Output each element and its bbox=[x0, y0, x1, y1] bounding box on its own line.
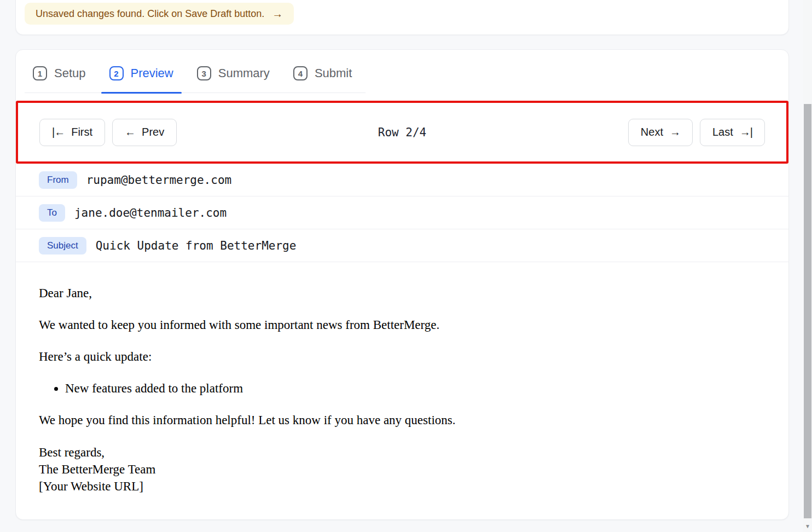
right-nav-buttons: Next → Last →| bbox=[628, 119, 765, 146]
unsaved-changes-banner[interactable]: Unsaved changes found. Click on Save Dra… bbox=[25, 3, 294, 25]
mail-merge-card: 1 Setup 2 Preview 3 Summary 4 Submit |← bbox=[15, 49, 789, 520]
email-bullet-list: New features added to the platform bbox=[39, 380, 765, 397]
next-row-button[interactable]: Next → bbox=[628, 119, 693, 146]
tab-summary-label: Summary bbox=[218, 66, 270, 80]
first-row-button[interactable]: |← First bbox=[39, 119, 105, 146]
signature-line: Best regards, bbox=[39, 446, 105, 459]
tab-preview-label: Preview bbox=[131, 66, 173, 80]
tab-setup-label: Setup bbox=[54, 66, 86, 80]
to-value: jane.doe@tenmailer.com bbox=[74, 206, 227, 219]
email-paragraph: We wanted to keep you informed with some… bbox=[39, 317, 765, 333]
email-signature: Best regards, The BetterMerge Team [Your… bbox=[39, 444, 765, 495]
to-field-row: To jane.doe@tenmailer.com bbox=[16, 196, 788, 229]
step-tabs: 1 Setup 2 Preview 3 Summary 4 Submit bbox=[25, 50, 366, 93]
subject-field-row: Subject Quick Update from BetterMerge bbox=[16, 229, 788, 262]
unsaved-changes-card: Unsaved changes found. Click on Save Dra… bbox=[15, 0, 789, 35]
step-2-number-icon: 2 bbox=[109, 66, 124, 80]
vertical-scrollbar[interactable]: ▼ bbox=[803, 0, 812, 532]
email-body-preview: Dear Jane, We wanted to keep you informe… bbox=[25, 262, 780, 495]
prev-row-button[interactable]: ← Prev bbox=[112, 119, 177, 146]
last-row-button[interactable]: Last →| bbox=[700, 119, 765, 146]
subject-label-badge: Subject bbox=[39, 237, 86, 255]
step-4-number-icon: 4 bbox=[293, 66, 308, 80]
left-arrow-icon: ← bbox=[125, 126, 135, 138]
signature-line: [Your Website URL] bbox=[39, 479, 143, 493]
unsaved-changes-text: Unsaved changes found. Click on Save Dra… bbox=[36, 8, 264, 20]
tab-setup[interactable]: 1 Setup bbox=[25, 66, 94, 92]
step-3-number-icon: 3 bbox=[197, 66, 211, 80]
page: Unsaved changes found. Click on Save Dra… bbox=[0, 0, 803, 532]
last-button-label: Last bbox=[712, 126, 733, 138]
right-arrow-icon: → bbox=[272, 8, 283, 20]
last-icon: →| bbox=[740, 126, 752, 138]
tab-submit-label: Submit bbox=[315, 66, 352, 80]
scrollbar-thumb[interactable] bbox=[804, 104, 811, 518]
row-navigation-toolbar: |← First ← Prev Row 2/4 Next → Last →| bbox=[16, 101, 788, 164]
first-icon: |← bbox=[52, 126, 65, 138]
email-bullet-item: New features added to the platform bbox=[65, 380, 765, 397]
email-paragraph: We hope you find this information helpfu… bbox=[39, 412, 765, 429]
to-label-badge: To bbox=[39, 204, 65, 222]
signature-line: The BetterMerge Team bbox=[39, 462, 155, 476]
from-field-row: From rupam@bettermerge.com bbox=[16, 164, 788, 196]
next-button-label: Next bbox=[641, 126, 663, 138]
from-value: rupam@bettermerge.com bbox=[86, 174, 232, 187]
step-1-number-icon: 1 bbox=[33, 66, 47, 80]
first-button-label: First bbox=[71, 126, 92, 138]
subject-value: Quick Update from BetterMerge bbox=[96, 239, 297, 252]
tab-preview[interactable]: 2 Preview bbox=[101, 66, 182, 92]
row-indicator: Row 2/4 bbox=[378, 126, 427, 139]
prev-button-label: Prev bbox=[142, 126, 164, 138]
email-paragraph: Here’s a quick update: bbox=[39, 349, 765, 365]
from-label-badge: From bbox=[39, 171, 77, 189]
tab-submit[interactable]: 4 Submit bbox=[285, 66, 360, 92]
right-arrow-icon: → bbox=[670, 126, 680, 138]
tab-summary[interactable]: 3 Summary bbox=[189, 66, 278, 92]
left-nav-buttons: |← First ← Prev bbox=[39, 119, 177, 146]
scrollbar-down-arrow[interactable]: ▼ bbox=[803, 520, 812, 532]
email-greeting: Dear Jane, bbox=[39, 285, 765, 302]
